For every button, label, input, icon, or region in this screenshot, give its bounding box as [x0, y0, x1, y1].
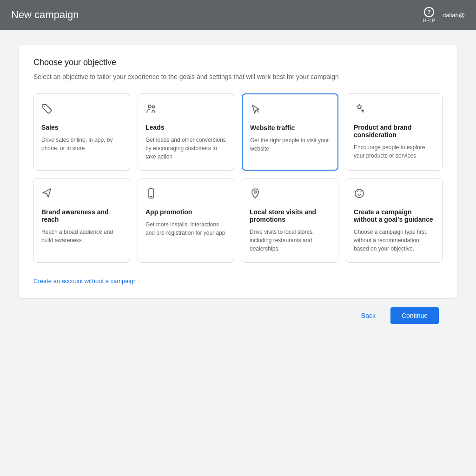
- page-header: New campaign ? HELP daliah@: [0, 0, 476, 30]
- card-subtitle: Select an objective to tailor your exper…: [33, 73, 443, 80]
- svg-point-1: [152, 106, 155, 108]
- sales-icon: [41, 103, 122, 117]
- svg-point-0: [148, 105, 151, 108]
- product-brand-title: Product and brand consideration: [354, 124, 435, 139]
- website-traffic-icon: [250, 104, 330, 118]
- help-icon: ?: [424, 7, 434, 17]
- objective-website-traffic[interactable]: Website traffic Get the right people to …: [242, 93, 338, 171]
- leads-title: Leads: [145, 124, 226, 131]
- card-title: Choose your objective: [33, 58, 443, 67]
- product-brand-icon: [354, 103, 435, 117]
- local-store-title: Local store visits and promotions: [250, 208, 331, 223]
- objective-local-store[interactable]: Local store visits and promotions Drive …: [242, 178, 338, 263]
- website-traffic-desc: Get the right people to visit your websi…: [250, 136, 330, 153]
- header-actions: ? HELP daliah@: [423, 7, 465, 23]
- user-email: daliah@: [443, 12, 465, 19]
- product-brand-desc: Encourage people to explore your product…: [354, 143, 435, 160]
- brand-awareness-desc: Reach a broad audience and build awarene…: [41, 228, 122, 245]
- sales-title: Sales: [41, 124, 122, 131]
- help-button[interactable]: ? HELP: [423, 7, 435, 23]
- continue-button[interactable]: Continue: [390, 307, 439, 324]
- back-button[interactable]: Back: [352, 307, 385, 324]
- sales-desc: Drive sales online, in app, by phone, or…: [41, 136, 122, 152]
- brand-awareness-title: Brand awareness and reach: [41, 208, 122, 223]
- help-label: HELP: [423, 18, 435, 23]
- objective-product-brand[interactable]: Product and brand consideration Encourag…: [346, 93, 443, 171]
- app-promotion-desc: Get more installs, interactions and pre-…: [145, 220, 226, 237]
- no-goal-title: Create a campaign without a goal's guida…: [354, 208, 435, 223]
- action-bar: Back Continue: [19, 298, 457, 333]
- app-promotion-icon: [145, 188, 226, 202]
- brand-awareness-icon: [41, 188, 122, 202]
- objective-app-promotion[interactable]: App promotion Get more installs, interac…: [138, 178, 234, 263]
- objective-card-container: Choose your objective Select an objectiv…: [19, 45, 457, 298]
- objective-sales[interactable]: Sales Drive sales online, in app, by pho…: [33, 93, 130, 171]
- page-title: New campaign: [11, 9, 79, 21]
- create-account-link[interactable]: Create an account without a campaign: [33, 278, 137, 284]
- no-goal-desc: Choose a campaign type first, without a …: [354, 228, 435, 253]
- objective-leads[interactable]: Leads Get leads and other conversions by…: [138, 93, 234, 171]
- main-content: Choose your objective Select an objectiv…: [0, 30, 476, 476]
- local-store-desc: Drive visits to local stores, including …: [250, 228, 331, 253]
- no-goal-icon: [354, 188, 435, 202]
- objective-brand-awareness[interactable]: Brand awareness and reach Reach a broad …: [33, 178, 130, 263]
- svg-point-4: [254, 191, 257, 193]
- objective-no-goal[interactable]: Create a campaign without a goal's guida…: [346, 178, 443, 263]
- app-promotion-title: App promotion: [145, 208, 226, 216]
- leads-icon: [145, 103, 226, 117]
- leads-desc: Get leads and other conversions by encou…: [145, 136, 226, 161]
- local-store-icon: [250, 188, 331, 202]
- svg-point-5: [355, 189, 364, 198]
- objectives-grid: Sales Drive sales online, in app, by pho…: [33, 93, 443, 263]
- website-traffic-title: Website traffic: [250, 124, 330, 132]
